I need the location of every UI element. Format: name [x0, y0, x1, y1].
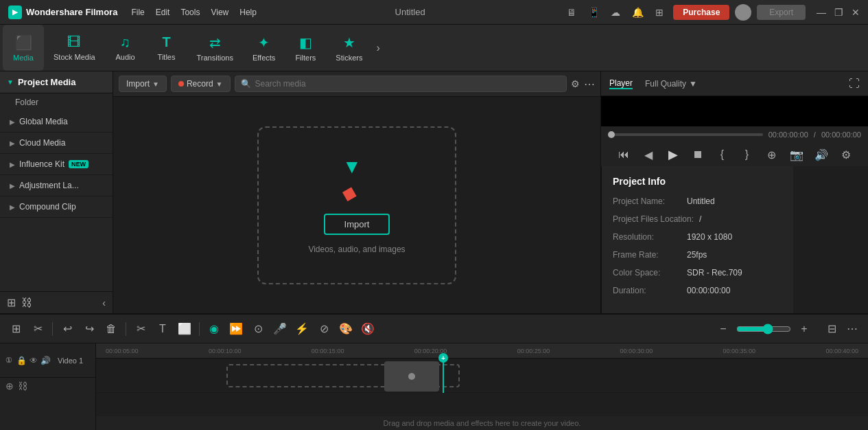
stabilize-icon[interactable]: ⊙: [249, 320, 267, 338]
search-icon: 🔍: [241, 79, 251, 89]
cut-icon[interactable]: ✂: [132, 320, 150, 338]
volume-icon[interactable]: 🔊: [812, 146, 830, 163]
search-input[interactable]: [255, 79, 561, 89]
player-tab[interactable]: Player: [609, 78, 633, 89]
snapshot-icon[interactable]: 📷: [788, 146, 806, 163]
video-track-row: +: [96, 359, 868, 393]
sidebar-item-cloud-media[interactable]: ▶ Cloud Media: [0, 133, 113, 154]
track-lock-icon[interactable]: 🔒: [16, 356, 27, 365]
play-button[interactable]: ▶: [664, 146, 682, 163]
track-name: Video 1: [58, 357, 83, 365]
info-row-resolution: Resolution: 1920 x 1080: [613, 232, 782, 242]
speed-icon[interactable]: ⏩: [227, 320, 245, 338]
avatar[interactable]: [735, 4, 751, 21]
sidebar-item-compound-clip[interactable]: ▶ Compound Clip: [0, 196, 113, 218]
zoom-slider[interactable]: [736, 324, 791, 335]
track-link-icon[interactable]: ⛓: [18, 381, 27, 392]
close-button[interactable]: ✕: [852, 7, 860, 18]
record-button[interactable]: Record ▼: [171, 76, 231, 92]
quality-selector[interactable]: Full Quality ▼: [645, 79, 697, 89]
zoom-out-icon[interactable]: −: [714, 320, 732, 338]
menu-tools[interactable]: Tools: [180, 8, 200, 17]
toolbar-transitions[interactable]: ⇄ Transitions: [187, 25, 243, 71]
project-info-title: Project Info: [613, 176, 782, 187]
info-row-framerate: Frame Rate: 25fps: [613, 250, 782, 260]
ai-clip-icon[interactable]: ✂: [29, 320, 47, 338]
app-logo: ▶ Wondershare Filmora: [8, 5, 117, 19]
detach-audio-icon[interactable]: ⊘: [315, 320, 333, 338]
filter-icon[interactable]: ⚙: [571, 78, 580, 89]
frame-back-icon[interactable]: ◀: [640, 146, 657, 163]
silence-detect-icon[interactable]: 🔇: [359, 320, 377, 338]
drag-thumbnail[interactable]: [384, 361, 439, 392]
redo-icon[interactable]: ↪: [80, 320, 98, 338]
text-icon[interactable]: T: [154, 320, 172, 338]
add-to-timeline-icon[interactable]: ⊕: [763, 146, 781, 163]
grid-icon[interactable]: ⊞: [651, 4, 668, 21]
export-button[interactable]: Export: [757, 5, 806, 20]
add-folder-icon[interactable]: ⊞: [7, 296, 16, 309]
minimize-button[interactable]: —: [817, 7, 826, 18]
link-icon[interactable]: ⛓: [21, 297, 32, 309]
more-options-icon[interactable]: ⋯: [584, 78, 595, 91]
sidebar-folder-label: Folder: [15, 98, 38, 107]
track-mute-icon[interactable]: 🔊: [40, 356, 51, 365]
bell-icon[interactable]: 🔔: [629, 4, 646, 21]
toolbar-filters[interactable]: ◧ Filters: [285, 25, 326, 71]
menu-edit[interactable]: Edit: [156, 8, 170, 17]
sidebar-item-folder[interactable]: Folder: [0, 93, 113, 111]
chevron-right-icon: ▶: [10, 182, 15, 190]
import-label: Import: [126, 79, 150, 89]
menu-file[interactable]: File: [131, 8, 144, 17]
mark-in-icon[interactable]: {: [714, 146, 731, 163]
maximize-button[interactable]: ❐: [834, 7, 843, 18]
sidebar-item-influence-kit[interactable]: ▶ Influence Kit NEW: [0, 154, 113, 175]
monitor-icon[interactable]: 🖥: [563, 4, 580, 21]
app-logo-icon: ▶: [8, 5, 22, 19]
crop-icon[interactable]: ⬜: [176, 320, 193, 338]
timeline-options-icon[interactable]: ⋯: [843, 320, 861, 338]
toolbar-titles[interactable]: T Titles: [146, 25, 187, 71]
search-box: 🔍: [235, 76, 567, 92]
sidebar-item-adjustment[interactable]: ▶ Adjustment La...: [0, 175, 113, 196]
add-track-icon[interactable]: ⊕: [5, 381, 14, 392]
menu-help[interactable]: Help: [239, 8, 257, 17]
zoom-in-icon[interactable]: +: [795, 320, 813, 338]
audio-icon: ♫: [120, 34, 130, 50]
menu-view[interactable]: View: [211, 8, 228, 17]
smart-cutout-icon[interactable]: ◉: [205, 320, 223, 338]
effects-icon: ✦: [258, 34, 270, 51]
mark-out-icon[interactable]: }: [738, 146, 756, 163]
info-row-colorspace: Color Space: SDR - Rec.709: [613, 268, 782, 278]
phone-icon[interactable]: 📱: [585, 4, 602, 21]
undo-icon[interactable]: ↩: [58, 320, 76, 338]
purchase-button[interactable]: Purchase: [673, 5, 729, 20]
progress-track[interactable]: [608, 133, 763, 136]
sidebar-item-global-media[interactable]: ▶ Global Media: [0, 111, 113, 133]
import-button[interactable]: Import ▼: [119, 76, 167, 92]
timeline-view-icon[interactable]: ⊟: [823, 320, 841, 338]
record-dropdown-icon: ▼: [216, 80, 223, 88]
import-dropdown-icon: ▼: [152, 80, 159, 88]
import-action-button[interactable]: Import: [324, 214, 390, 235]
toolbar-effects[interactable]: ✦ Effects: [243, 25, 285, 71]
mic-icon[interactable]: 🎤: [271, 320, 289, 338]
stop-icon[interactable]: ⏹: [689, 146, 707, 163]
collapse-arrow-icon[interactable]: ▼: [7, 78, 14, 86]
info-label-location: Project Files Location:: [613, 214, 694, 224]
collapse-panel-button[interactable]: ‹: [102, 297, 106, 308]
color-match-icon[interactable]: 🎨: [337, 320, 355, 338]
toolbar-stock-media[interactable]: 🎞 Stock Media: [44, 25, 105, 71]
track-eye-icon[interactable]: 👁: [30, 356, 38, 365]
toolbar-audio[interactable]: ♫ Audio: [105, 25, 146, 71]
delete-icon[interactable]: 🗑: [102, 320, 120, 338]
toolbar-stickers[interactable]: ★ Stickers: [326, 25, 372, 71]
scene-detect-icon[interactable]: ⊞: [7, 320, 25, 338]
fullscreen-icon[interactable]: ⛶: [849, 78, 860, 90]
settings-icon[interactable]: ⚙: [837, 146, 855, 163]
step-back-icon[interactable]: ⏮: [615, 146, 633, 163]
split-audio-icon[interactable]: ⚡: [293, 320, 311, 338]
toolbar-media[interactable]: ⬛ Media: [3, 25, 44, 71]
cloud-icon[interactable]: ☁: [607, 4, 624, 21]
toolbar-expand-button[interactable]: ›: [372, 25, 384, 71]
